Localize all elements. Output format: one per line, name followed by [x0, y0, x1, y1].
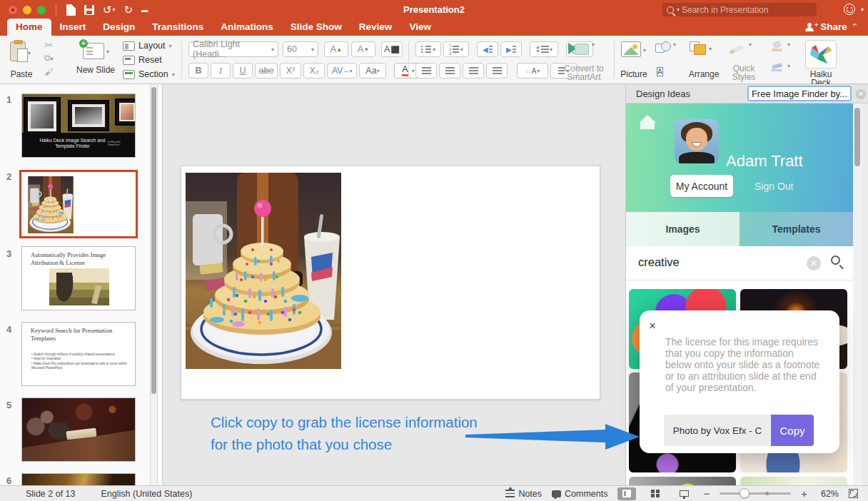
- sign-out-button[interactable]: Sign Out: [755, 181, 793, 192]
- shapes-button[interactable]: ▾: [655, 41, 676, 54]
- home-icon[interactable]: [640, 116, 655, 129]
- reset-button[interactable]: Reset: [123, 55, 175, 65]
- justify-button[interactable]: [486, 63, 508, 79]
- popup-close-icon[interactable]: ×: [649, 319, 656, 333]
- thumbnail-scrollbar-thumb[interactable]: [151, 87, 156, 394]
- slide-thumbnail-5[interactable]: [21, 398, 136, 462]
- my-account-button[interactable]: My Account: [670, 175, 733, 197]
- slide-thumbnail-4[interactable]: Keyword Search for Presentation Template…: [21, 322, 136, 386]
- new-document-icon[interactable]: [64, 4, 79, 16]
- align-right-button[interactable]: [463, 63, 484, 79]
- zoom-in-button[interactable]: +: [801, 487, 807, 500]
- tab-home[interactable]: Home: [7, 19, 51, 36]
- shape-outline-button[interactable]: ▾: [771, 63, 790, 71]
- language-status[interactable]: English (United States): [101, 489, 193, 499]
- tab-design[interactable]: Design: [94, 19, 143, 36]
- zoom-out-button[interactable]: −: [703, 487, 710, 500]
- strikethrough-button[interactable]: abe: [255, 63, 278, 79]
- increase-indent-button[interactable]: ▶: [500, 41, 522, 57]
- zoom-level[interactable]: 62%: [817, 489, 839, 499]
- panel-scrollbar[interactable]: [853, 103, 862, 485]
- thumbnail-scrollbar[interactable]: [150, 84, 158, 485]
- pancake-photo[interactable]: [186, 173, 341, 369]
- tab-design-ideas[interactable]: Design Ideas: [636, 88, 690, 99]
- align-left-button[interactable]: [415, 63, 437, 79]
- cut-icon[interactable]: ✂: [44, 40, 53, 50]
- text-direction-button[interactable]: ↓↓A▾: [517, 63, 548, 79]
- align-center-button[interactable]: [439, 63, 460, 79]
- font-name-select[interactable]: Calibri Light (Headi...▾: [188, 41, 278, 57]
- line-spacing-button[interactable]: ▲▼▾: [530, 41, 558, 57]
- convert-smartart-button[interactable]: ▾: [568, 41, 595, 56]
- superscript-button[interactable]: X²: [280, 63, 301, 79]
- slide-thumbnail-3[interactable]: Automatically Provides Image Attribution…: [21, 246, 136, 310]
- redo-icon[interactable]: ↻: [121, 4, 136, 16]
- collapse-ribbon-icon[interactable]: ⌃: [852, 22, 858, 31]
- notes-button[interactable]: Notes: [505, 489, 542, 499]
- change-case-button[interactable]: Aa▾: [359, 63, 386, 79]
- decrease-indent-button[interactable]: ◀: [477, 41, 498, 57]
- slide-number: 1: [6, 94, 18, 105]
- paste-button[interactable]: ▾: [10, 41, 31, 61]
- tab-transitions[interactable]: Transitions: [143, 19, 212, 36]
- clear-formatting-button[interactable]: A⬛: [381, 41, 403, 57]
- slideshow-button[interactable]: [675, 487, 693, 500]
- customize-toolbar-icon[interactable]: ▬: [138, 6, 151, 14]
- slide-canvas[interactable]: [181, 166, 600, 400]
- subtab-images[interactable]: Images: [626, 212, 740, 246]
- tab-animations[interactable]: Animations: [212, 19, 282, 36]
- share-button[interactable]: + Share ⌃: [805, 21, 858, 32]
- tab-view[interactable]: View: [400, 19, 440, 36]
- slide-thumbnail-6[interactable]: [21, 473, 136, 485]
- save-icon[interactable]: [81, 5, 97, 15]
- shrink-font-button[interactable]: A▼: [351, 41, 375, 57]
- bold-button[interactable]: B: [188, 63, 208, 79]
- tab-free-image-finder[interactable]: Free Image Finder by...: [747, 86, 852, 101]
- minimize-button[interactable]: [23, 6, 31, 14]
- feedback-smiley-icon[interactable]: [844, 4, 855, 15]
- section-button[interactable]: Section▾: [123, 69, 175, 79]
- character-spacing-button[interactable]: AV↔▾: [327, 63, 357, 79]
- tab-review[interactable]: Review: [350, 19, 401, 36]
- panel-close-icon[interactable]: ✕: [856, 89, 866, 99]
- new-slide-button[interactable]: + ▾: [83, 43, 109, 59]
- clear-search-icon[interactable]: ✕: [807, 256, 821, 270]
- tab-insert[interactable]: Insert: [51, 19, 95, 36]
- comments-button[interactable]: Comments: [552, 489, 607, 499]
- avatar[interactable]: [675, 119, 719, 163]
- attribution-text-field[interactable]: Photo by Vox Efx - C: [664, 415, 771, 446]
- zoom-slider[interactable]: [720, 492, 791, 495]
- subtab-templates[interactable]: Templates: [740, 212, 853, 246]
- undo-icon[interactable]: ↺▾: [100, 4, 118, 16]
- copy-button[interactable]: Copy: [771, 415, 814, 446]
- grow-font-button[interactable]: A▲: [324, 41, 348, 57]
- copy-icon[interactable]: ⧉▾: [44, 53, 54, 64]
- zoom-button[interactable]: [37, 6, 46, 14]
- font-size-select[interactable]: 60▾: [283, 41, 318, 57]
- text-box-button[interactable]: A: [657, 64, 663, 77]
- format-painter-icon[interactable]: 🖌: [44, 67, 53, 77]
- tab-slideshow[interactable]: Slide Show: [282, 19, 350, 36]
- fit-slide-button[interactable]: [849, 489, 858, 498]
- layout-button[interactable]: Layout▾: [123, 41, 175, 51]
- zoom-slider-knob[interactable]: [740, 488, 750, 498]
- picture-button[interactable]: ▾: [621, 41, 646, 57]
- italic-button[interactable]: I: [211, 63, 231, 79]
- slide-sorter-button[interactable]: [646, 487, 665, 500]
- shape-fill-button[interactable]: ▾: [771, 41, 790, 51]
- close-button[interactable]: [9, 6, 17, 14]
- numbering-button[interactable]: 123▾: [443, 41, 469, 57]
- panel-scrollbar-thumb[interactable]: [854, 108, 860, 166]
- normal-view-button[interactable]: [617, 487, 636, 500]
- slide-thumbnail-1[interactable]: Haiku Deck Image Search and Template Fin…: [21, 93, 136, 158]
- subscript-button[interactable]: X₂: [303, 63, 325, 79]
- image-search-input[interactable]: creative: [638, 255, 680, 269]
- underline-button[interactable]: U: [233, 63, 253, 79]
- panel-search-icon[interactable]: [831, 255, 840, 265]
- bullets-button[interactable]: ▾: [415, 41, 441, 57]
- arrange-button[interactable]: ▾: [690, 41, 712, 56]
- slide-thumbnail-2-selected[interactable]: [19, 170, 138, 238]
- search-presentation-input[interactable]: ▾ Search in Presentation: [662, 3, 817, 16]
- quick-styles-button[interactable]: ▾: [730, 41, 752, 54]
- haiku-deck-button[interactable]: [805, 40, 837, 69]
